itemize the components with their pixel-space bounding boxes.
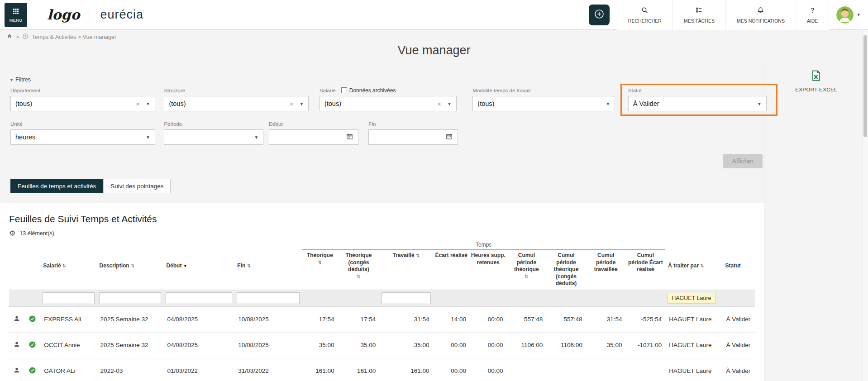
table-row[interactable]: GATOR ALi 2022-03 01/03/2022 31/03/2022 … bbox=[9, 358, 755, 381]
filter-fin-input[interactable] bbox=[237, 292, 300, 304]
caret-down-icon: ▼ bbox=[447, 101, 452, 106]
salarie-select[interactable]: (tous) × ▼ bbox=[320, 96, 457, 111]
a-traiter-filter-chip[interactable]: HAGUET Laure bbox=[668, 293, 715, 304]
grid-menu-icon bbox=[12, 7, 20, 17]
filter-travaille-input[interactable] bbox=[382, 292, 430, 304]
help-circle-icon[interactable] bbox=[22, 33, 29, 41]
unite-select[interactable]: heures ▼ bbox=[10, 129, 155, 145]
cell-fin: 10/08/2025 bbox=[234, 306, 302, 332]
search-label: RECHERCHER bbox=[628, 18, 662, 24]
sort-icon: ⇅ bbox=[62, 263, 66, 268]
table-row[interactable]: EXPRESS Ali 2025 Semaine 32 04/08/2025 1… bbox=[9, 306, 755, 332]
employee-icon[interactable] bbox=[13, 343, 20, 349]
gear-icon[interactable]: ⚙ bbox=[9, 230, 15, 237]
nav-tasks[interactable]: MES TÂCHES bbox=[672, 0, 725, 30]
tab-suivi-pointages[interactable]: Suivi des pointages bbox=[103, 179, 171, 193]
fin-date-input[interactable] bbox=[368, 129, 458, 145]
col-cumul-theorique[interactable]: Cumul période théorique⇅ bbox=[507, 250, 547, 290]
scrollbar-thumb[interactable] bbox=[863, 35, 867, 137]
cell-travaille: 161:00 bbox=[379, 358, 433, 381]
cell-heures-supp: 00:00 bbox=[470, 332, 507, 358]
col-theorique-cd[interactable]: Théorique (congés déduits)⇅ bbox=[338, 250, 380, 290]
unite-label: Unité bbox=[10, 120, 155, 127]
table-row[interactable]: OCCIT Annie 2025 Semaine 32 04/08/2025 1… bbox=[9, 332, 755, 358]
periode-select[interactable]: ▼ bbox=[164, 129, 263, 145]
cell-theorique-cd: 161:00 bbox=[338, 358, 380, 381]
nav-notifications[interactable]: MES NOTIFICATIONS bbox=[725, 0, 796, 30]
archived-checkbox-group[interactable]: Données archivées bbox=[341, 87, 396, 94]
filter-row-1: Département (tous) × ▼ Structure (tous) … bbox=[10, 87, 764, 111]
sort-icon: ⇅ bbox=[701, 263, 704, 268]
cell-cumul-travaillee bbox=[586, 358, 626, 381]
col-travaille[interactable]: Travaillé ⇅ bbox=[379, 250, 433, 290]
cell-salarie: EXPRESS Ali bbox=[40, 306, 96, 332]
col-a-traiter[interactable]: À traiter par ⇅ bbox=[665, 242, 722, 290]
cell-description: 2025 Semaine 32 bbox=[97, 306, 164, 332]
filter-description-input[interactable] bbox=[99, 292, 162, 304]
departement-select[interactable]: (tous) × ▼ bbox=[10, 96, 155, 111]
departement-label: Département bbox=[10, 87, 155, 94]
filters-toggle[interactable]: ▾ Filtres bbox=[10, 76, 764, 83]
filter-debut-input[interactable] bbox=[166, 292, 232, 304]
user-menu[interactable]: ▾ bbox=[829, 0, 868, 30]
filter-fin: Fin bbox=[368, 120, 458, 145]
nav-help[interactable]: AIDE bbox=[796, 0, 829, 30]
bell-icon bbox=[757, 6, 764, 16]
cell-heures-supp: 00:00 bbox=[470, 306, 507, 332]
cell-cumul-theorique: 557:48 bbox=[507, 306, 547, 332]
cell-debut: 04/08/2025 bbox=[163, 332, 234, 358]
employee-icon[interactable] bbox=[13, 317, 20, 324]
sort-icon: ⇅ bbox=[508, 273, 546, 279]
col-fin[interactable]: Fin ⇅ bbox=[234, 242, 302, 290]
tab-feuilles-temps[interactable]: Feuilles de temps et activités bbox=[10, 179, 103, 193]
filter-statut: Statut À Valider ▼ bbox=[628, 87, 767, 111]
add-button[interactable] bbox=[589, 5, 610, 25]
clear-icon[interactable]: × bbox=[437, 100, 441, 108]
archived-label: Données archivées bbox=[349, 87, 396, 94]
archived-checkbox[interactable] bbox=[341, 87, 347, 93]
cell-theorique: 35:00 bbox=[302, 332, 338, 358]
nav-search[interactable]: RECHERCHER bbox=[617, 0, 672, 30]
statut-label: Statut bbox=[628, 87, 767, 94]
timesheet-table: Salarié ⇅ Description ⇅ Début ▼ Fin ⇅ Te… bbox=[9, 242, 755, 381]
sort-icon: ⇅ bbox=[303, 259, 337, 265]
cell-theorique: 161:00 bbox=[302, 358, 338, 381]
cell-cumul-theorique-cd: 1106:00 bbox=[546, 332, 586, 358]
cell-cumul-theorique-cd bbox=[546, 358, 586, 381]
cell-ecart: 14:00 bbox=[433, 306, 470, 332]
col-debut[interactable]: Début ▼ bbox=[163, 242, 234, 290]
col-heures-supp: Heures supp. retenues bbox=[470, 250, 507, 290]
structure-label: Structure bbox=[164, 87, 309, 94]
temps-group-header: Temps bbox=[302, 242, 665, 250]
filter-salarie-input[interactable] bbox=[43, 292, 94, 304]
statut-select[interactable]: À Valider ▼ bbox=[628, 96, 767, 111]
modalite-select[interactable]: (tous) ▼ bbox=[472, 96, 615, 111]
home-icon[interactable] bbox=[6, 33, 13, 41]
clear-icon[interactable]: × bbox=[290, 100, 294, 108]
scrollbar-track[interactable] bbox=[863, 30, 868, 381]
debut-date-input[interactable] bbox=[269, 129, 358, 145]
employee-icon[interactable] bbox=[13, 368, 20, 375]
structure-select[interactable]: (tous) × ▼ bbox=[164, 96, 309, 111]
collapse-caret-icon: ▾ bbox=[10, 77, 13, 82]
col-status-icon bbox=[25, 242, 41, 290]
col-salarie[interactable]: Salarié ⇅ bbox=[40, 242, 96, 290]
sort-icon: ⇅ bbox=[416, 253, 420, 258]
clear-icon[interactable]: × bbox=[136, 100, 140, 108]
salarie-value: (tous) bbox=[324, 100, 437, 107]
breadcrumb-path[interactable]: Temps & Activités > Vue manager bbox=[32, 34, 116, 40]
top-navbar: MENU logo eurécia RECHERCHER MES TÂCHES … bbox=[0, 0, 868, 30]
menu-button[interactable]: MENU bbox=[5, 3, 27, 27]
sort-icon: ⇅ bbox=[131, 263, 134, 268]
export-excel-button[interactable]: EXPORT EXCEL bbox=[795, 69, 837, 92]
col-description[interactable]: Description ⇅ bbox=[97, 242, 164, 290]
salarie-label: Salarié bbox=[320, 88, 336, 93]
tasks-label: MES TÂCHES bbox=[684, 18, 715, 24]
filters-label: Filtres bbox=[15, 76, 31, 83]
filter-unite: Unité heures ▼ bbox=[10, 120, 155, 145]
filter-periode: Période ▼ bbox=[164, 120, 263, 145]
unite-value: heures bbox=[15, 133, 146, 141]
col-theorique[interactable]: Théorique⇅ bbox=[302, 250, 338, 290]
col-row-icon bbox=[9, 242, 25, 290]
afficher-button[interactable]: Afficher bbox=[723, 154, 763, 168]
